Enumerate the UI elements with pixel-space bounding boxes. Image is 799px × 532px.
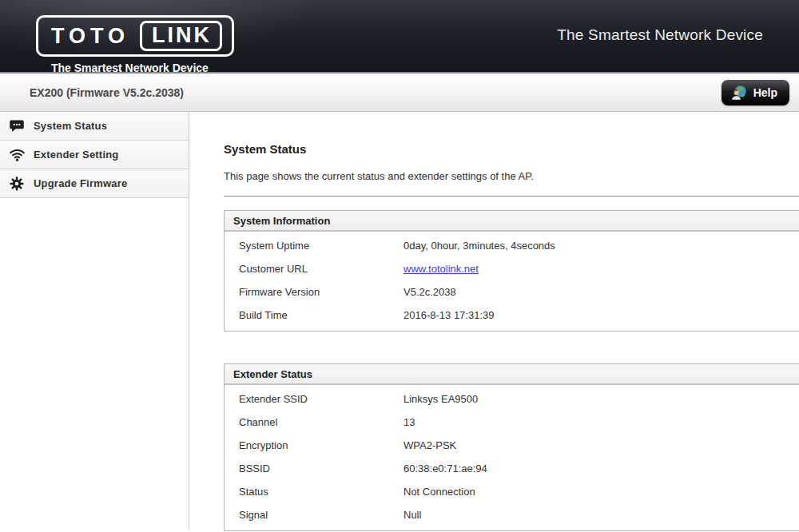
customer-url-link[interactable]: www.totolink.net bbox=[403, 263, 479, 275]
main-content: System Status This page shows the curren… bbox=[189, 112, 799, 530]
content-layout: System Status Extender Setting bbox=[0, 112, 799, 530]
extender-status-table: Extender Status Extender SSID Linksys EA… bbox=[224, 363, 799, 531]
row-label: Build Time bbox=[225, 309, 403, 321]
table-row: Encryption WPA2-PSK bbox=[225, 434, 799, 457]
logo-text-toto: TOTO bbox=[51, 26, 129, 47]
row-value: V5.2c.2038 bbox=[403, 286, 456, 298]
row-value: 0day, 0hour, 3minutes, 4seconds bbox=[403, 240, 555, 252]
row-label: Channel bbox=[225, 416, 403, 428]
row-value: 60:38:e0:71:ae:94 bbox=[403, 463, 487, 474]
row-value: Not Connection bbox=[403, 486, 475, 498]
system-information-table: System Information System Uptime 0day, 0… bbox=[224, 210, 799, 332]
table-row: Channel 13 bbox=[225, 411, 799, 434]
gear-icon bbox=[8, 175, 26, 193]
sidebar-item-label: Extender Setting bbox=[34, 149, 119, 161]
sidebar-item-extender-setting[interactable]: Extender Setting bbox=[0, 141, 189, 169]
top-header: TOTO LINK The Smartest Network Device Th… bbox=[0, 0, 799, 72]
row-value: Linksys EA9500 bbox=[403, 393, 478, 405]
totolink-logo: TOTO LINK bbox=[36, 15, 234, 57]
sidebar-item-label: System Status bbox=[34, 120, 107, 132]
header-tagline: The Smartest Network Device bbox=[557, 26, 763, 44]
row-label: Status bbox=[225, 486, 403, 498]
table-body: System Uptime 0day, 0hour, 3minutes, 4se… bbox=[225, 232, 799, 331]
help-button[interactable]: Help bbox=[721, 80, 789, 105]
row-label: Signal bbox=[225, 509, 403, 521]
page-description: This page shows the current status and e… bbox=[224, 170, 799, 182]
table-title: Extender Status bbox=[225, 364, 799, 385]
row-label: Customer URL bbox=[225, 263, 403, 275]
brand-logo: TOTO LINK The Smartest Network Device bbox=[36, 15, 234, 74]
help-button-label: Help bbox=[753, 86, 777, 99]
table-row: BSSID 60:38:e0:71:ae:94 bbox=[225, 457, 799, 480]
row-value: 13 bbox=[403, 416, 415, 428]
sidebar-nav: System Status Extender Setting bbox=[0, 112, 189, 530]
sidebar-item-label: Upgrade Firmware bbox=[34, 177, 127, 189]
table-row: Status Not Connection bbox=[225, 480, 799, 503]
table-row: Firmware Version V5.2c.2038 bbox=[225, 280, 799, 304]
row-label: BSSID bbox=[225, 463, 403, 474]
wifi-icon bbox=[8, 146, 26, 164]
chat-bubble-icon bbox=[8, 117, 26, 135]
logo-text-link: LINK bbox=[140, 21, 222, 51]
row-value: 2016-8-13 17:31:39 bbox=[403, 309, 494, 321]
table-row: Customer URL www.totolink.net bbox=[225, 257, 799, 280]
row-value: Null bbox=[403, 509, 421, 521]
table-row: System Uptime 0day, 0hour, 3minutes, 4se… bbox=[225, 234, 799, 257]
table-row: Build Time 2016-8-13 17:31:39 bbox=[225, 304, 799, 327]
row-value: WPA2-PSK bbox=[403, 439, 456, 451]
row-label: Firmware Version bbox=[225, 286, 403, 298]
sidebar-item-system-status[interactable]: System Status bbox=[0, 112, 189, 141]
table-row: Extender SSID Linksys EA9500 bbox=[225, 387, 799, 411]
divider bbox=[224, 196, 799, 197]
sidebar-item-upgrade-firmware[interactable]: Upgrade Firmware bbox=[0, 169, 189, 198]
row-label: System Uptime bbox=[225, 240, 403, 252]
help-agent-icon bbox=[730, 85, 747, 101]
subheader-bar: EX200 (Firmware V5.2c.2038) Help bbox=[0, 72, 799, 112]
row-label: Encryption bbox=[225, 439, 403, 451]
table-title: System Information bbox=[225, 211, 799, 232]
page-title: System Status bbox=[224, 142, 799, 156]
table-body: Extender SSID Linksys EA9500 Channel 13 … bbox=[225, 385, 799, 530]
table-row: Signal Null bbox=[225, 503, 799, 526]
device-firmware-title: EX200 (Firmware V5.2c.2038) bbox=[30, 73, 184, 112]
row-label: Extender SSID bbox=[225, 393, 403, 405]
